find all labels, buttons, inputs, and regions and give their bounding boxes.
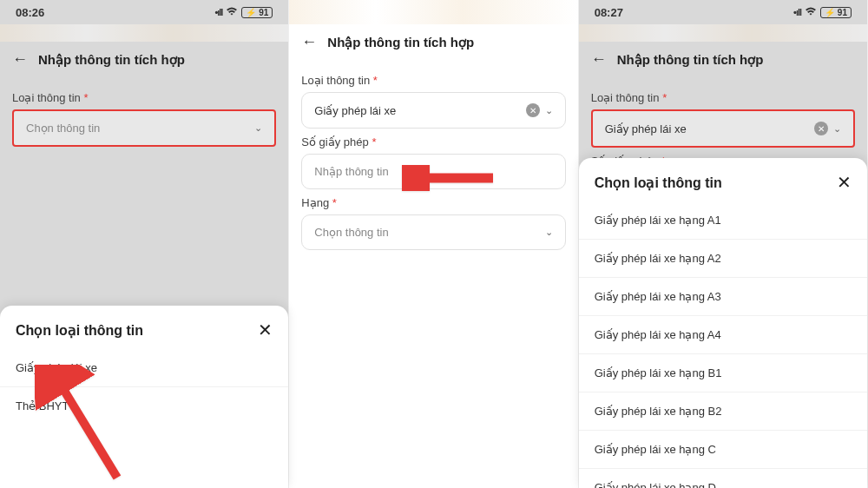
select-value-text: Giấy phép lái xe [605,122,687,135]
info-type-select[interactable]: Giấy phép lái xe ✕ ⌄ [301,92,565,129]
sheet-header: Chọn loại thông tin ✕ [0,306,288,349]
back-arrow-icon[interactable]: ← [12,50,28,69]
wifi-icon [805,7,817,17]
status-bar: 08:26 •ıll ⚡ 91 [0,0,288,24]
signal-icon: •ıll [214,7,222,17]
required-asterisk: * [83,91,88,104]
info-type-select[interactable]: Giấy phép lái xe ✕ ⌄ [591,109,855,148]
sheet-option-bhyt[interactable]: Thẻ BHYT [0,387,288,425]
content-area: Loại thông tin * Giấy phép lái xe ✕ ⌄ Số… [289,60,577,488]
status-right: •ıll ⚡ 91 [793,7,852,18]
status-time: 08:27 [595,6,623,19]
phone-screen-1: 08:26 •ıll ⚡ 91 ← Nhập thông tin tích hợ… [0,0,289,488]
sheet-option-b1[interactable]: Giấy phép lái xe hạng B1 [579,354,867,392]
page-title: Nhập thông tin tích hợp [617,52,764,68]
info-type-label: Loại thông tin * [591,91,855,104]
status-bar: 08:27 •ıll ⚡ 91 [579,0,867,24]
clear-icon[interactable]: ✕ [526,103,540,117]
signal-icon: •ıll [793,7,801,17]
required-asterisk: * [662,91,667,104]
back-arrow-icon[interactable]: ← [301,33,317,51]
license-number-input[interactable]: Nhập thông tin [301,154,565,189]
back-arrow-icon[interactable]: ← [591,50,607,69]
decor-strip [0,24,288,42]
page-header: ← Nhập thông tin tích hợp [579,42,867,77]
sheet-option-driver-license[interactable]: Giấy phép lái xe [0,349,288,387]
chevron-down-icon: ⌄ [254,122,262,134]
info-type-select[interactable]: Chọn thông tin ⌄ [12,109,276,147]
sheet-option-a1[interactable]: Giấy phép lái xe hạng A1 [579,201,867,240]
required-asterisk: * [332,196,337,209]
close-icon[interactable]: ✕ [837,172,852,193]
bottom-sheet: Chọn loại thông tin ✕ Giấy phép lái xe T… [0,306,288,488]
phone-screen-2: ← Nhập thông tin tích hợp Loại thông tin… [289,0,578,488]
decor-strip [579,24,867,42]
clear-icon[interactable]: ✕ [814,122,828,135]
license-number-label: Số giấy phép * [301,135,565,148]
sheet-title: Chọn loại thông tin [595,175,722,191]
select-placeholder-text: Chọn thông tin [314,226,388,239]
select-placeholder-text: Chọn thông tin [26,122,100,135]
select-value-text: Giấy phép lái xe [314,104,396,117]
sheet-option-c[interactable]: Giấy phép lái xe hạng C [579,431,867,469]
sheet-option-a2[interactable]: Giấy phép lái xe hạng A2 [579,240,867,278]
battery-indicator: ⚡ 91 [820,7,852,18]
page-header: ← Nhập thông tin tích hợp [289,24,577,60]
info-type-label: Loại thông tin * [301,74,565,87]
sheet-header: Chọn loại thông tin ✕ [579,158,867,201]
status-time: 08:26 [16,6,44,19]
sheet-option-d[interactable]: Giấy phép lái xe hạng D [579,469,867,488]
rank-label: Hạng * [301,196,565,209]
required-asterisk: * [373,74,378,87]
bottom-sheet: Chọn loại thông tin ✕ Giấy phép lái xe h… [579,158,867,488]
page-title: Nhập thông tin tích hợp [38,52,185,68]
sheet-title: Chọn loại thông tin [16,322,143,339]
page-header: ← Nhập thông tin tích hợp [0,42,288,77]
info-type-label: Loại thông tin * [12,91,276,104]
phone-screen-3: 08:27 •ıll ⚡ 91 ← Nhập thông tin tích hợ… [579,0,868,488]
chevron-down-icon: ⌄ [545,227,553,238]
status-right: •ıll ⚡ 91 [214,7,273,18]
wifi-icon [226,7,238,17]
rank-select[interactable]: Chọn thông tin ⌄ [301,214,565,250]
page-title: Nhập thông tin tích hợp [327,35,474,50]
sheet-option-a4[interactable]: Giấy phép lái xe hạng A4 [579,316,867,354]
chevron-down-icon: ⌄ [833,123,841,135]
sheet-option-a3[interactable]: Giấy phép lái xe hạng A3 [579,278,867,316]
close-icon[interactable]: ✕ [258,320,273,340]
required-asterisk: * [372,135,376,148]
decor-strip [289,0,577,24]
chevron-down-icon: ⌄ [545,105,553,116]
battery-indicator: ⚡ 91 [241,7,273,18]
sheet-option-b2[interactable]: Giấy phép lái xe hạng B2 [579,392,867,431]
